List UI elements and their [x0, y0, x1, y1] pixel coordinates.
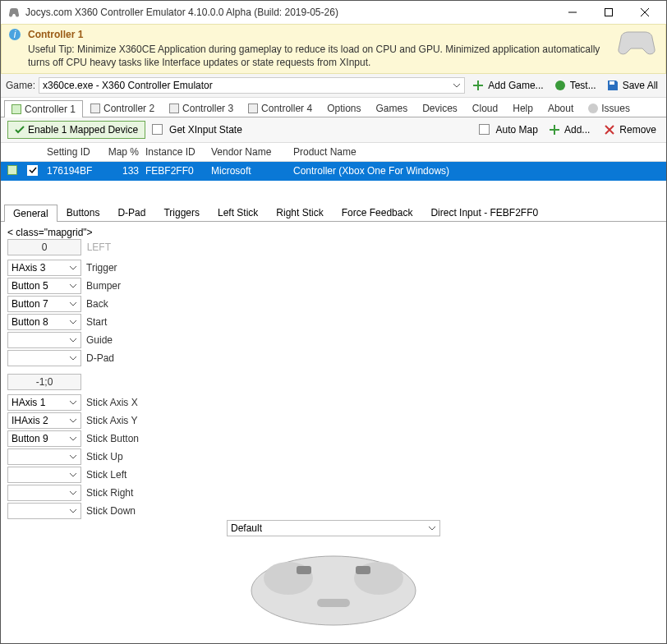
map-row: Stick Right	[7, 484, 180, 502]
tip-bar: i Controller 1 Useful Tip: Minimize X360…	[1, 24, 666, 74]
get-xinput-label: Get XInput State	[169, 124, 242, 136]
status-icon	[248, 104, 258, 113]
game-select-value: x360ce.exe - X360 Controller Emulator	[43, 80, 213, 91]
left-column: 0 LEFT HAxis 3TriggerButton 5BumperButto…	[7, 238, 180, 520]
tab-cloud[interactable]: Cloud	[465, 99, 505, 117]
left-value-top: 0	[7, 239, 81, 255]
map-combo[interactable]	[7, 332, 81, 348]
subtab-general[interactable]: General	[4, 205, 58, 222]
device-status-icon	[7, 165, 17, 175]
add-game-button[interactable]: Add Game...	[468, 77, 546, 94]
map-row: Button 9Stick Button	[7, 430, 180, 448]
device-header: Setting ID Map % Instance ID Vendor Name…	[1, 143, 666, 162]
tab-controller-3[interactable]: Controller 3	[162, 99, 241, 117]
map-row: Button 5Bumper	[7, 277, 180, 295]
game-toolbar: Game: x360ce.exe - X360 Controller Emula…	[1, 74, 666, 98]
device-checkbox[interactable]	[27, 165, 38, 176]
subtab-buttons[interactable]: Buttons	[58, 204, 109, 221]
subtab-right-stick[interactable]: Right Stick	[267, 204, 332, 221]
map-row: D-Pad	[7, 349, 180, 367]
title-bar: Jocys.com X360 Controller Emulator 4.10.…	[1, 1, 666, 24]
sub-tabs: General Buttons D-Pad Triggers Left Stic…	[1, 200, 666, 222]
tab-devices[interactable]: Devices	[415, 99, 465, 117]
maximize-button[interactable]	[591, 1, 627, 24]
tip-text: Useful Tip: Minimize X360CE Application …	[28, 43, 608, 69]
map-combo[interactable]	[7, 485, 81, 501]
tab-games[interactable]: Games	[368, 99, 415, 117]
game-label: Game:	[6, 80, 35, 91]
remove-device-button[interactable]: Remove	[600, 122, 660, 138]
tab-issues[interactable]: Issues	[581, 99, 637, 117]
device-row[interactable]: 176194BF 133 FEBF2FF0 Microsoft Controll…	[1, 162, 666, 181]
map-row: Button 7Back	[7, 295, 180, 313]
map-combo[interactable]: Button 9	[7, 430, 81, 447]
map-combo[interactable]: Button 7	[7, 296, 81, 312]
center-column: Default Y B X A	[7, 520, 660, 644]
map-combo[interactable]: Button 8	[7, 314, 81, 330]
controller-top-icon	[218, 541, 448, 632]
tab-help[interactable]: Help	[505, 99, 540, 117]
map-combo[interactable]	[7, 467, 81, 483]
info-icon: i	[8, 28, 21, 44]
tab-controller-1[interactable]: Controller 1	[4, 100, 83, 117]
status-icon	[12, 104, 21, 114]
preset-select[interactable]: Default	[227, 520, 440, 536]
svg-rect-9	[297, 566, 311, 574]
map-row: Stick Up	[7, 448, 180, 466]
controller-front-icon: Y B X A	[218, 637, 448, 644]
map-combo[interactable]	[7, 448, 81, 465]
controller-icon	[614, 28, 659, 58]
map-combo[interactable]: Button 5	[7, 278, 81, 294]
map-row: Button 8Start	[7, 313, 180, 331]
svg-rect-0	[605, 9, 613, 16]
status-dot-icon	[588, 104, 598, 113]
left-value-mid: -1;0	[7, 374, 81, 390]
subtab-left-stick[interactable]: Left Stick	[209, 204, 267, 221]
status-icon	[90, 104, 100, 113]
save-all-button[interactable]: Save All	[603, 77, 661, 94]
tab-options[interactable]: Options	[320, 99, 368, 117]
subtab-direct-input[interactable]: Direct Input - FEBF2FF0	[421, 204, 547, 221]
minimize-button[interactable]	[554, 1, 591, 24]
tip-header: Controller 1	[28, 28, 608, 41]
map-row: Stick Left	[7, 466, 180, 484]
main-tabs: Controller 1 Controller 2 Controller 3 C…	[1, 98, 666, 117]
add-device-button[interactable]: Add...	[545, 122, 593, 138]
map-row: Stick Down	[7, 502, 180, 520]
map-combo[interactable]: HAxis 3	[7, 260, 81, 276]
tab-about[interactable]: About	[540, 99, 581, 117]
map-combo[interactable]	[7, 350, 81, 366]
map-row: IHAxis 2Stick Axis Y	[7, 412, 180, 430]
map-row: Guide	[7, 331, 180, 349]
map-combo[interactable]: IHAxis 2	[7, 412, 81, 429]
map-combo[interactable]	[7, 503, 81, 519]
mapping-panel: < class="mapgrid"> 0 LEFT HAxis 3Trigger…	[1, 222, 666, 644]
svg-text:i: i	[14, 29, 16, 40]
map-row: HAxis 3Trigger	[7, 259, 180, 277]
automap-checkbox[interactable]	[479, 124, 490, 135]
app-icon	[7, 6, 21, 19]
close-button[interactable]	[627, 1, 663, 24]
tab-controller-2[interactable]: Controller 2	[83, 99, 162, 117]
svg-rect-10	[356, 566, 370, 574]
window-title: Jocys.com X360 Controller Emulator 4.10.…	[25, 7, 554, 18]
map-row: HAxis 1Stick Axis X	[7, 393, 180, 412]
action-row: Enable 1 Mapped Device Get XInput State …	[1, 117, 666, 143]
status-icon	[169, 104, 179, 113]
svg-rect-8	[317, 599, 350, 607]
test-button[interactable]: Test...	[550, 77, 600, 94]
enable-mapped-button[interactable]: Enable 1 Mapped Device	[7, 121, 145, 139]
automap-label: Auto Map	[496, 124, 538, 136]
subtab-triggers[interactable]: Triggers	[154, 204, 209, 221]
subtab-dpad[interactable]: D-Pad	[108, 204, 154, 221]
svg-point-3	[555, 80, 565, 90]
svg-rect-4	[610, 81, 614, 85]
subtab-force-feedback[interactable]: Force Feedback	[333, 204, 422, 221]
map-combo[interactable]: HAxis 1	[7, 394, 81, 411]
tab-controller-4[interactable]: Controller 4	[241, 99, 320, 117]
get-xinput-checkbox[interactable]	[152, 124, 163, 135]
game-select[interactable]: x360ce.exe - X360 Controller Emulator	[39, 77, 465, 94]
